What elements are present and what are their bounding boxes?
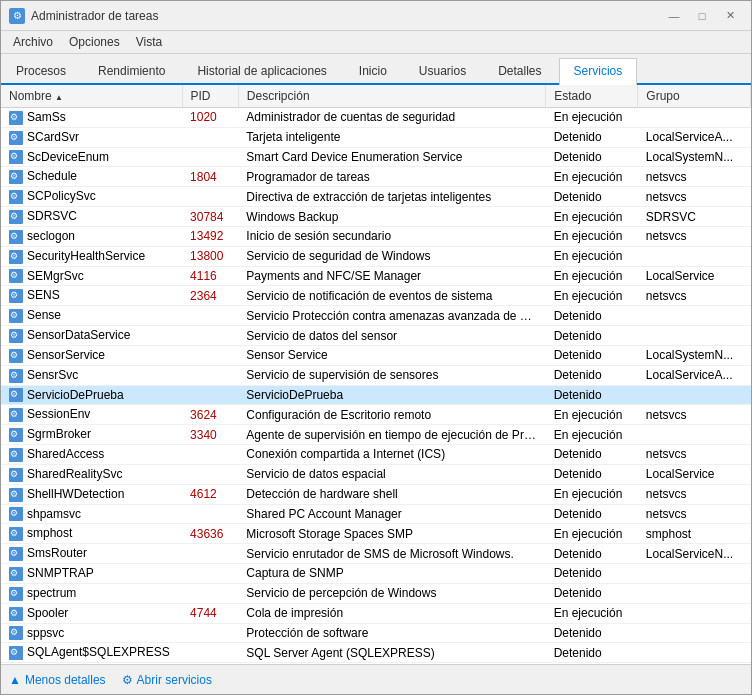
col-pid[interactable]: PID — [182, 85, 238, 108]
cell-nombre: SecurityHealthService — [1, 246, 182, 266]
tab-historial[interactable]: Historial de aplicaciones — [182, 58, 341, 83]
service-icon — [9, 111, 23, 125]
window-title: Administrador de tareas — [31, 9, 158, 23]
cell-nombre: SamSs — [1, 108, 182, 128]
col-descripcion[interactable]: Descripción — [238, 85, 545, 108]
cell-descripcion: Protección de software — [238, 623, 545, 643]
table-row[interactable]: smphost43636Microsoft Storage Spaces SMP… — [1, 524, 751, 544]
cell-pid: 13492 — [182, 226, 238, 246]
cell-grupo — [638, 108, 751, 128]
cell-grupo: netsvcs — [638, 484, 751, 504]
service-icon — [9, 428, 23, 442]
cell-grupo: LocalSystemN... — [638, 147, 751, 167]
cell-pid: 13800 — [182, 246, 238, 266]
cell-pid — [182, 365, 238, 385]
table-row[interactable]: SecurityHealthService13800Servicio de se… — [1, 246, 751, 266]
service-icon — [9, 448, 23, 462]
cell-pid — [182, 464, 238, 484]
table-row[interactable]: SmsRouterServicio enrutador de SMS de Mi… — [1, 544, 751, 564]
cell-estado: Detenido — [546, 326, 638, 346]
service-name: SamSs — [27, 110, 66, 124]
services-table-container[interactable]: Nombre ▲ PID Descripción Estado Grupo Sa… — [1, 85, 751, 664]
cell-nombre: spectrum — [1, 583, 182, 603]
cell-pid — [182, 127, 238, 147]
cell-nombre: SEMgrSvc — [1, 266, 182, 286]
cell-descripcion: Shared PC Account Manager — [238, 504, 545, 524]
col-estado[interactable]: Estado — [546, 85, 638, 108]
table-row[interactable]: SNMPTRAPCaptura de SNMPDetenido — [1, 564, 751, 584]
table-row[interactable]: SQLAgent$SQLEXPRESSSQL Server Agent (SQL… — [1, 643, 751, 663]
table-row[interactable]: SensorDataServiceServicio de datos del s… — [1, 326, 751, 346]
cell-pid: 4612 — [182, 484, 238, 504]
table-row[interactable]: Schedule1804Programador de tareasEn ejec… — [1, 167, 751, 187]
table-row[interactable]: SamSs1020Administrador de cuentas de seg… — [1, 108, 751, 128]
cell-estado: Detenido — [546, 504, 638, 524]
col-grupo[interactable]: Grupo — [638, 85, 751, 108]
close-button[interactable]: ✕ — [717, 6, 743, 26]
tab-inicio[interactable]: Inicio — [344, 58, 402, 83]
cell-descripcion: Servicio de notificación de eventos de s… — [238, 286, 545, 306]
cell-nombre: ServicioDePrueba — [1, 385, 182, 405]
cell-grupo: LocalServiceA... — [638, 127, 751, 147]
menu-opciones[interactable]: Opciones — [61, 33, 128, 51]
tab-usuarios[interactable]: Usuarios — [404, 58, 481, 83]
menu-archivo[interactable]: Archivo — [5, 33, 61, 51]
table-row[interactable]: ShellHWDetection4612Detección de hardwar… — [1, 484, 751, 504]
service-icon — [9, 547, 23, 561]
table-row[interactable]: spectrumServicio de percepción de Window… — [1, 583, 751, 603]
cell-estado: En ejecución — [546, 108, 638, 128]
service-icon — [9, 388, 23, 402]
col-nombre[interactable]: Nombre ▲ — [1, 85, 182, 108]
table-row[interactable]: SCardSvrTarjeta inteligenteDetenidoLocal… — [1, 127, 751, 147]
service-icon — [9, 329, 23, 343]
service-icon — [9, 250, 23, 264]
tab-servicios[interactable]: Servicios — [559, 58, 638, 85]
table-row[interactable]: ScDeviceEnumSmart Card Device Enumeratio… — [1, 147, 751, 167]
service-icon — [9, 349, 23, 363]
less-details-link[interactable]: ▲ Menos detalles — [9, 673, 106, 687]
service-name: ScDeviceEnum — [27, 150, 109, 164]
table-row[interactable]: seclogon13492Inicio de sesión secundario… — [1, 226, 751, 246]
cell-descripcion: Smart Card Device Enumeration Service — [238, 147, 545, 167]
table-row[interactable]: SEMgrSvc4116Payments and NFC/SE ManagerE… — [1, 266, 751, 286]
table-row[interactable]: SDRSVC30784Windows BackupEn ejecuciónSDR… — [1, 207, 751, 227]
table-row[interactable]: sppsvcProtección de softwareDetenido — [1, 623, 751, 643]
table-row[interactable]: SharedRealitySvcServicio de datos espaci… — [1, 464, 751, 484]
table-row[interactable]: Spooler4744Cola de impresiónEn ejecución — [1, 603, 751, 623]
tab-detalles[interactable]: Detalles — [483, 58, 556, 83]
cell-nombre: SensorService — [1, 345, 182, 365]
tab-procesos[interactable]: Procesos — [1, 58, 81, 83]
cell-descripcion: Servicio de datos del sensor — [238, 326, 545, 346]
table-row[interactable]: SensrSvcServicio de supervisión de senso… — [1, 365, 751, 385]
table-row[interactable]: SCPolicySvcDirectiva de extracción de ta… — [1, 187, 751, 207]
maximize-button[interactable]: □ — [689, 6, 715, 26]
cell-grupo — [638, 385, 751, 405]
cell-estado: En ejecución — [546, 603, 638, 623]
table-row[interactable]: ServicioDePruebaServicioDePruebaDetenido — [1, 385, 751, 405]
cell-nombre: SCardSvr — [1, 127, 182, 147]
service-name: sppsvc — [27, 626, 64, 640]
tab-rendimiento[interactable]: Rendimiento — [83, 58, 180, 83]
cell-descripcion: Servicio de supervisión de sensores — [238, 365, 545, 385]
cell-nombre: ScDeviceEnum — [1, 147, 182, 167]
table-row[interactable]: SessionEnv3624Configuración de Escritori… — [1, 405, 751, 425]
cell-pid — [182, 504, 238, 524]
menu-vista[interactable]: Vista — [128, 33, 170, 51]
table-row[interactable]: SenseServicio Protección contra amenazas… — [1, 306, 751, 326]
minimize-button[interactable]: — — [661, 6, 687, 26]
open-services-link[interactable]: ⚙ Abrir servicios — [122, 673, 212, 687]
content-area: Nombre ▲ PID Descripción Estado Grupo Sa… — [1, 85, 751, 664]
table-row[interactable]: shpamsvcShared PC Account ManagerDetenid… — [1, 504, 751, 524]
table-row[interactable]: SgrmBroker3340Agente de supervisión en t… — [1, 425, 751, 445]
service-name: SEMgrSvc — [27, 269, 84, 283]
cell-nombre: SDRSVC — [1, 207, 182, 227]
table-header-row: Nombre ▲ PID Descripción Estado Grupo — [1, 85, 751, 108]
table-row[interactable]: SENS2364Servicio de notificación de even… — [1, 286, 751, 306]
service-name: spectrum — [27, 586, 76, 600]
cell-estado: Detenido — [546, 445, 638, 465]
service-name: SensorDataService — [27, 328, 130, 342]
table-row[interactable]: SharedAccessConexión compartida a Intern… — [1, 445, 751, 465]
table-row[interactable]: SensorServiceSensor ServiceDetenidoLocal… — [1, 345, 751, 365]
service-icon — [9, 190, 23, 204]
service-name: SCardSvr — [27, 130, 79, 144]
